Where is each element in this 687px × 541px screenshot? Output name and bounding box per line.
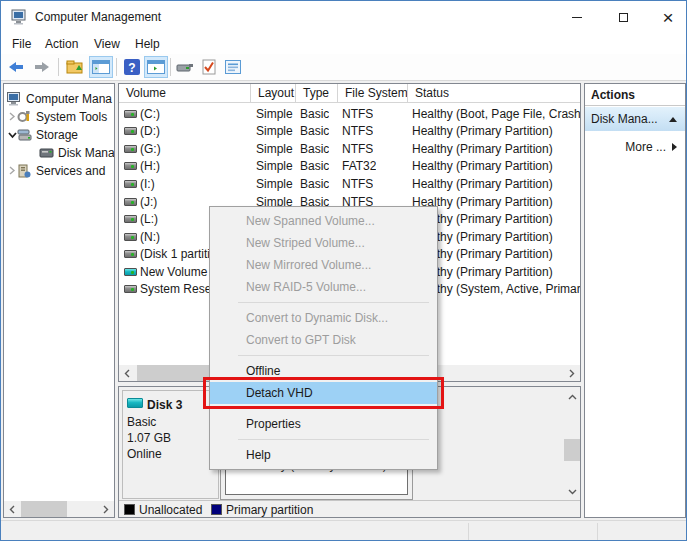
tree-item-services-and-applications[interactable]: Services and	[7, 162, 115, 180]
cell-volume: (C:)	[140, 107, 248, 121]
tree-item-system-tools[interactable]: System Tools	[7, 108, 115, 126]
status-bar-divider	[468, 523, 469, 540]
toolbar: ?	[1, 54, 686, 81]
forward-button[interactable]	[30, 56, 54, 78]
menu-item-properties[interactable]: Properties	[210, 413, 437, 435]
scroll-left-icon[interactable]	[4, 501, 20, 517]
disk-status: Online	[127, 447, 162, 461]
cell-type: Basic	[300, 142, 329, 156]
tree-horizontal-scrollbar[interactable]	[4, 501, 114, 517]
menu-item-convert-dynamic-disk: Convert to Dynamic Disk...	[210, 307, 437, 329]
volume-row[interactable]: (H:) Simple Basic FAT32 Healthy (Primary…	[119, 157, 580, 175]
check-disk-button[interactable]	[197, 56, 221, 78]
actions-group-disk-management[interactable]: Disk Mana...	[585, 107, 685, 131]
menu-help[interactable]: Help	[132, 36, 163, 53]
console-tree-toggle-button[interactable]	[89, 56, 113, 78]
tree-item-computer-management[interactable]: Computer Mana	[7, 90, 115, 108]
menu-bar: File Action View Help	[1, 33, 686, 54]
computer-management-window: Computer Management File Action View Hel…	[0, 0, 687, 541]
column-header-type[interactable]: Type	[296, 84, 338, 103]
up-level-button[interactable]	[63, 56, 87, 78]
tree-item-label: Disk Mana	[58, 146, 115, 160]
tree-item-disk-management[interactable]: Disk Mana	[39, 144, 115, 162]
cell-type: Basic	[300, 159, 329, 173]
actions-more[interactable]: More ...	[585, 137, 685, 157]
up-level-folder-icon	[66, 59, 84, 75]
tree-item-label: Storage	[36, 128, 78, 142]
column-header-volume[interactable]: Volume	[119, 84, 251, 103]
primary-partition-color-swatch	[211, 504, 222, 515]
scroll-right-icon[interactable]	[564, 365, 580, 381]
close-button[interactable]	[646, 1, 687, 33]
menu-item-new-spanned-volume: New Spanned Volume...	[210, 210, 437, 232]
scroll-up-icon[interactable]	[564, 389, 580, 405]
menu-file[interactable]: File	[9, 36, 34, 53]
volume-row[interactable]: (I:) Simple Basic NTFS Healthy (Primary …	[119, 175, 580, 193]
volume-row[interactable]: (G:) Simple Basic NTFS Healthy (Primary …	[119, 140, 580, 158]
collapse-up-icon[interactable]	[669, 117, 677, 122]
action-pane-toggle-button[interactable]	[144, 56, 168, 78]
options-list-button[interactable]	[221, 56, 245, 78]
scroll-left-icon[interactable]	[119, 365, 135, 381]
unallocated-color-swatch	[124, 504, 135, 515]
menu-item-convert-gpt-disk: Convert to GPT Disk	[210, 329, 437, 351]
chevron-expanded-icon[interactable]	[7, 128, 17, 142]
scrollbar-thumb[interactable]	[21, 501, 67, 517]
chevron-collapsed-icon[interactable]	[7, 164, 17, 178]
column-header-status[interactable]: Status	[408, 84, 580, 103]
volume-icon	[124, 268, 137, 276]
menu-item-help[interactable]: Help	[210, 444, 437, 466]
computer-icon	[7, 92, 22, 106]
cell-status: Healthy (Primary Partition)	[412, 142, 580, 156]
menu-separator	[238, 355, 429, 356]
graphic-vertical-scrollbar[interactable]	[564, 389, 580, 500]
menu-view[interactable]: View	[91, 36, 123, 53]
volume-row[interactable]: (C:) Simple Basic NTFS Healthy (Boot, Pa…	[119, 105, 580, 123]
disk-context-menu: New Spanned Volume... New Striped Volume…	[209, 206, 438, 470]
cell-filesystem: NTFS	[342, 142, 373, 156]
tree-item-storage[interactable]: Storage	[7, 126, 115, 144]
menu-separator	[238, 302, 429, 303]
volume-icon	[124, 127, 137, 135]
help-icon: ?	[124, 59, 140, 75]
scroll-right-icon[interactable]	[98, 501, 114, 517]
maximize-button[interactable]	[601, 1, 645, 33]
cell-status: Healthy (Primary Partition)	[412, 159, 580, 173]
volume-icon	[124, 215, 137, 223]
cell-layout: Simple	[256, 159, 293, 173]
toolbar-separator	[116, 58, 117, 76]
volume-row[interactable]: (D:) Simple Basic NTFS Healthy (Primary …	[119, 122, 580, 140]
cell-filesystem: NTFS	[342, 124, 373, 138]
scroll-down-icon[interactable]	[564, 484, 580, 500]
menu-action[interactable]: Action	[42, 36, 81, 53]
cell-type: Basic	[300, 124, 329, 138]
disk-tool-button[interactable]	[173, 56, 197, 78]
legend-label: Primary partition	[226, 503, 313, 517]
status-bar	[1, 520, 687, 541]
app-icon	[11, 9, 27, 25]
more-label: More ...	[625, 140, 666, 154]
minimize-button[interactable]	[555, 1, 599, 33]
back-button[interactable]	[4, 56, 28, 78]
tree-item-label: Services and	[36, 164, 105, 178]
cell-filesystem: NTFS	[342, 107, 373, 121]
disk-name: Disk 3	[147, 398, 182, 412]
cell-volume: (D:)	[140, 124, 248, 138]
chevron-collapsed-icon[interactable]	[7, 110, 17, 124]
disk-icon	[127, 398, 143, 408]
cell-type: Basic	[300, 177, 329, 191]
help-button[interactable]: ?	[120, 56, 144, 78]
maximize-icon	[619, 13, 628, 22]
cell-volume: (I:)	[140, 177, 248, 191]
menu-item-new-mirrored-volume: New Mirrored Volume...	[210, 254, 437, 276]
cell-volume: (H:)	[140, 159, 248, 173]
menu-item-new-raid5-volume: New RAID-5 Volume...	[210, 276, 437, 298]
column-header-filesystem[interactable]: File System	[338, 84, 408, 103]
cell-status: Healthy (Primary Partition)	[412, 124, 580, 138]
svg-text:?: ?	[128, 61, 135, 75]
back-icon	[9, 62, 23, 72]
scrollbar-thumb[interactable]	[564, 439, 580, 461]
volume-icon	[124, 250, 137, 258]
volume-icon	[124, 145, 137, 153]
column-header-layout[interactable]: Layout	[251, 84, 296, 103]
